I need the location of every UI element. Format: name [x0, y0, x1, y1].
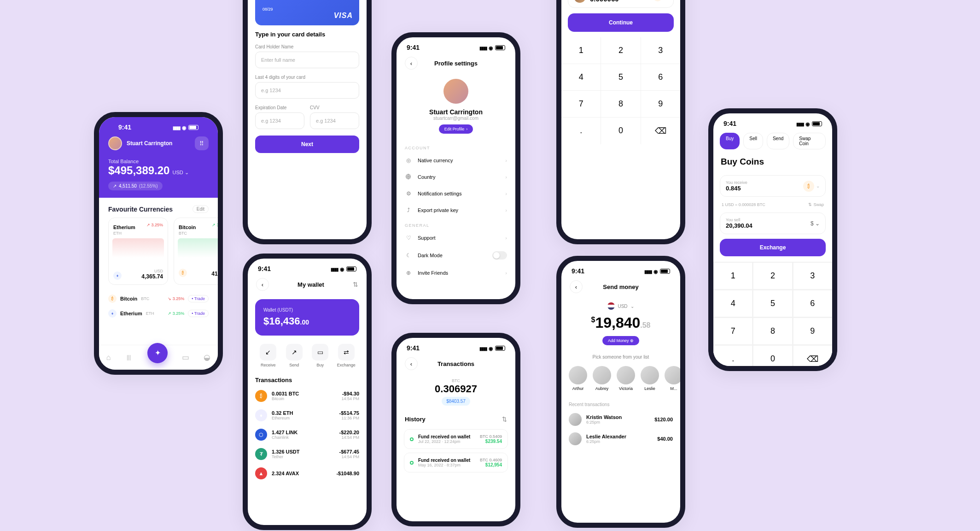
contact-item[interactable]: Aubrey	[593, 366, 611, 391]
setting-country[interactable]: 🌐︎Country›	[397, 169, 515, 185]
recent-transaction-row[interactable]: Leslie Alexander6:25pm$40.00	[561, 429, 680, 448]
menu-button[interactable]: ⠿	[195, 136, 209, 150]
swap-button[interactable]: ⇅ Swap	[808, 202, 824, 207]
setting-native-currency[interactable]: ◎Native currency›	[397, 152, 515, 169]
transaction-row[interactable]: ₿ 0.0031 BTCBitcoin -$94.3014:54 PM	[248, 386, 367, 406]
receive-action[interactable]: ↙Receive	[255, 344, 281, 367]
key-6[interactable]: 6	[641, 64, 680, 90]
cardholder-name-input[interactable]: Enter full name	[255, 52, 359, 68]
trade-button[interactable]: • Trade	[188, 310, 209, 317]
key-4[interactable]: 4	[713, 290, 752, 317]
setting-invite[interactable]: ⊕Invite Friends›	[397, 265, 515, 281]
tab-buy[interactable]: Buy	[720, 133, 740, 149]
edit-profile-button[interactable]: Edit Profile ›	[439, 124, 473, 134]
filter-icon[interactable]: ⇅	[502, 416, 507, 423]
key-1[interactable]: 1	[713, 262, 752, 289]
coin-icon: ₿	[255, 390, 267, 402]
history-row[interactable]: Fund received on walletMay 16, 2022 · 8:…	[404, 453, 508, 472]
dark-mode-toggle[interactable]	[492, 251, 507, 260]
contact-item[interactable]: M...	[665, 366, 680, 391]
key-7[interactable]: 7	[561, 91, 601, 117]
next-button[interactable]: Next	[255, 136, 359, 153]
nav-home-icon[interactable]: ⌂	[106, 353, 111, 362]
back-button[interactable]: ‹	[256, 278, 269, 291]
currency-select[interactable]: $ ⌄	[811, 220, 820, 227]
key-.[interactable]: .	[561, 118, 601, 144]
backspace-key[interactable]: ⌫	[641, 118, 680, 144]
key-9[interactable]: 9	[793, 318, 832, 345]
continue-button[interactable]: Continue	[568, 13, 674, 32]
back-button[interactable]: ‹	[405, 57, 418, 70]
setting-export-key[interactable]: ⤴Export private key›	[397, 202, 515, 218]
key-3[interactable]: 3	[641, 37, 680, 64]
recent-transaction-row[interactable]: Kristin Watson6:25pm$120.00	[561, 410, 680, 429]
receiving-field[interactable]: Angela will receive0.000060 ₿ ⌄	[568, 0, 674, 8]
user-avatar[interactable]	[108, 136, 122, 150]
last4-input[interactable]: e.g 1234	[255, 82, 359, 99]
exchange-action[interactable]: ⇄Exchange	[333, 344, 360, 367]
numeric-keypad: 123456789.0⌫	[713, 262, 832, 371]
nav-chart-icon[interactable]: ⫼	[125, 353, 133, 362]
setting-support[interactable]: ♡Support›	[397, 230, 515, 246]
send-action[interactable]: ↗Send	[281, 344, 308, 367]
list-row-btc[interactable]: ₿BitcoinBTC↘ 3.25%• Trade	[108, 291, 209, 306]
expiration-input[interactable]: e.g 1234	[255, 112, 304, 129]
setting-dark-mode[interactable]: ☾Dark Mode	[397, 246, 515, 265]
receive-field[interactable]: You receive0.845 ₿⌄	[720, 175, 826, 197]
key-8[interactable]: 8	[753, 318, 792, 345]
back-button[interactable]: ‹	[570, 280, 583, 293]
tab-send[interactable]: Send	[767, 133, 789, 149]
nav-fab-compass-icon[interactable]: ✦	[147, 343, 168, 363]
chevron-right-icon: ›	[505, 174, 507, 180]
nav-wallet-icon[interactable]: ▭	[182, 353, 189, 362]
exchange-button[interactable]: Exchange	[720, 239, 826, 256]
key-0[interactable]: 0	[601, 118, 640, 144]
back-button[interactable]: ‹	[405, 357, 418, 370]
currency-card-eth[interactable]: Etherium↗ 3.25% ETH ♦USD4,365.74	[108, 218, 168, 285]
profile-email: stuartcarr@gmail.com	[404, 116, 508, 121]
key-2[interactable]: 2	[601, 37, 640, 64]
key-8[interactable]: 8	[601, 91, 640, 117]
transactions-title: Transactions	[248, 374, 367, 386]
key-1[interactable]: 1	[561, 37, 601, 64]
key-2[interactable]: 2	[753, 262, 792, 289]
add-money-button[interactable]: Add Money ⊕	[602, 336, 639, 345]
key-.[interactable]: .	[713, 345, 752, 371]
backspace-key[interactable]: ⌫	[793, 345, 832, 371]
cvv-input[interactable]: e.g 1234	[310, 112, 359, 129]
key-6[interactable]: 6	[793, 290, 832, 317]
moon-icon: ☾	[405, 252, 412, 259]
key-7[interactable]: 7	[713, 318, 752, 345]
contact-item[interactable]: Arthur	[569, 366, 587, 391]
contact-item[interactable]: Leslie	[641, 366, 659, 391]
currency-select[interactable]: ₿ ⌄	[653, 0, 668, 1]
transaction-row[interactable]: ♦ 0.32 ETHEthereum -$514.7511:36 PM	[248, 406, 367, 425]
contact-item[interactable]: Victoria	[617, 366, 635, 391]
balance-currency[interactable]: USD	[172, 170, 183, 175]
transaction-row[interactable]: ⬡ 1.427 LINKChainlink -$220.2014:54 PM	[248, 425, 367, 444]
key-4[interactable]: 4	[561, 64, 601, 90]
trade-button[interactable]: • Trade	[188, 295, 209, 302]
profile-avatar[interactable]	[443, 79, 468, 104]
btc-icon[interactable]: ₿	[803, 181, 814, 192]
key-0[interactable]: 0	[753, 345, 792, 371]
buy-action[interactable]: ▭Buy	[307, 344, 333, 367]
sell-field[interactable]: You sell20,390.04 $ ⌄	[720, 212, 826, 234]
currency-card-btc[interactable]: Bitcoin↗ 3.25% BTC ₿41,958	[174, 218, 218, 285]
filter-icon[interactable]: ⇅	[353, 281, 358, 288]
currency-select[interactable]: USD ⌄	[561, 300, 680, 313]
transaction-row[interactable]: ▲ 2.324 AVAX -$1048.90	[248, 464, 367, 483]
tab-swap[interactable]: Swap Coin	[793, 133, 826, 149]
list-row-eth[interactable]: ♦EtheriumETH↗ 3.25%• Trade	[108, 306, 209, 321]
key-3[interactable]: 3	[793, 262, 832, 289]
chevron-right-icon: ›	[505, 158, 507, 163]
nav-profile-icon[interactable]: ◒	[204, 353, 210, 362]
setting-notifications[interactable]: ⚙Notification settings›	[397, 185, 515, 202]
key-9[interactable]: 9	[641, 91, 680, 117]
edit-button[interactable]: Edit	[192, 205, 209, 213]
key-5[interactable]: 5	[601, 64, 640, 90]
key-5[interactable]: 5	[753, 290, 792, 317]
transaction-row[interactable]: ₮ 1.326 USDTTether -$677.4514:54 PM	[248, 444, 367, 464]
history-row[interactable]: Fund received on walletJul 22, 2022 · 12…	[404, 429, 508, 449]
tab-sell[interactable]: Sell	[743, 133, 763, 149]
